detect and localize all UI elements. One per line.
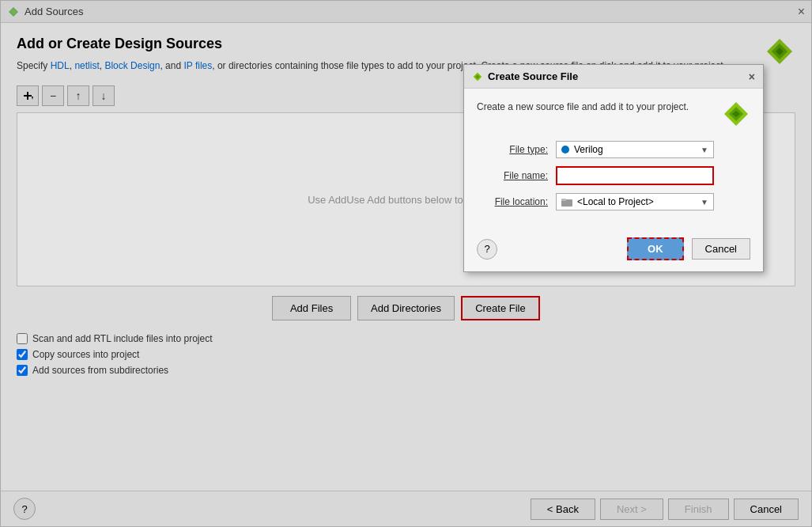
modal-actions: ? OK Cancel <box>464 229 763 271</box>
main-window: Add Sources × Add or Create Design Sourc… <box>0 0 812 527</box>
modal-ok-button[interactable]: OK <box>627 237 684 260</box>
file-name-label: File name: <box>477 170 548 181</box>
file-type-row: File type: Verilog ▼ <box>477 141 750 158</box>
file-type-dropdown-arrow: ▼ <box>701 146 708 154</box>
file-type-value: Verilog <box>574 144 603 155</box>
file-name-label-text: File name: <box>504 170 548 181</box>
file-type-dropdown[interactable]: Verilog ▼ <box>556 141 714 158</box>
modal-title-bar: Create Source File × <box>464 65 763 89</box>
file-type-label-text: File type: <box>509 144 548 155</box>
file-location-row: File location: <Local to Project> ▼ <box>477 193 750 210</box>
modal-overlay: Create Source File × Create a new source… <box>1 1 811 526</box>
file-name-row: File name: <box>477 166 750 185</box>
modal-body: Create a new source file and add it to y… <box>464 89 763 229</box>
svg-rect-14 <box>561 199 566 201</box>
modal-close-button[interactable]: × <box>749 70 755 83</box>
file-location-label: File location: <box>477 196 548 207</box>
modal-title-text: Create Source File <box>488 70 578 82</box>
file-location-dropdown[interactable]: <Local to Project> ▼ <box>556 193 714 210</box>
modal-vivado-logo <box>722 100 750 128</box>
create-source-dialog: Create Source File × Create a new source… <box>463 64 764 272</box>
verilog-dot-icon <box>561 146 569 154</box>
file-name-input[interactable] <box>556 166 714 185</box>
modal-description-row: Create a new source file and add it to y… <box>477 100 750 128</box>
modal-vivado-icon <box>472 71 483 82</box>
file-location-value: <Local to Project> <box>577 196 654 207</box>
modal-description-text: Create a new source file and add it to y… <box>477 100 714 114</box>
modal-cancel-button[interactable]: Cancel <box>692 238 750 260</box>
file-location-icon <box>561 197 572 207</box>
file-location-label-text: File location: <box>495 196 548 207</box>
file-type-label: File type: <box>477 144 548 155</box>
modal-help-button[interactable]: ? <box>477 239 497 260</box>
file-location-dropdown-arrow: ▼ <box>701 198 708 207</box>
